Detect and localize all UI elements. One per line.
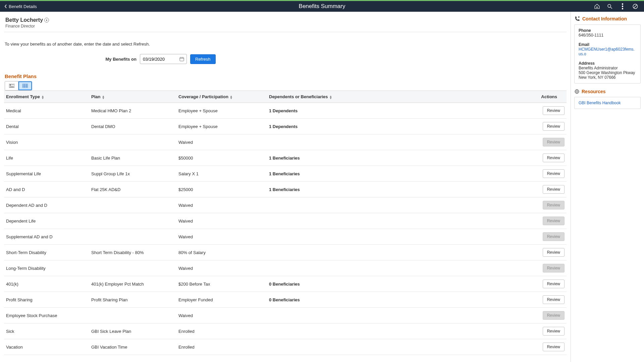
email-label: Email (579, 42, 636, 47)
block-icon[interactable] (632, 3, 639, 10)
cell-coverage: Employee + Spouse (176, 103, 267, 119)
cell-plan: GBI Vacation Time (89, 339, 176, 355)
table-row: AD and DFlat 25K AD&D$250001 Beneficiari… (4, 182, 567, 197)
review-button: Review (543, 311, 565, 320)
review-button[interactable]: Review (543, 185, 565, 194)
cell-coverage: Waived (176, 229, 267, 245)
col-plan[interactable]: Plan▲▼ (89, 91, 176, 103)
cell-actions: Review (354, 197, 567, 213)
contact-info-title: Contact Information (574, 16, 641, 22)
col-coverage[interactable]: Coverage / Participation▲▼ (176, 91, 267, 103)
cell-plan: Medical HMO Plan 2 (89, 103, 176, 119)
review-button[interactable]: Review (543, 248, 565, 257)
svg-point-0 (608, 4, 611, 7)
chevron-down-icon: ▾ (44, 18, 49, 22)
card-view-icon (9, 84, 14, 88)
address-line2: 500 George Washington Pkway (579, 70, 636, 75)
instruction-text: To view your benefits as of another date… (4, 42, 567, 47)
date-label: My Benefits on (4, 57, 137, 62)
more-icon[interactable] (619, 3, 626, 10)
back-label: Benefit Details (9, 4, 37, 9)
page-title: Benefits Summary (299, 3, 345, 10)
back-button[interactable]: Benefit Details (0, 1, 41, 12)
home-icon[interactable] (594, 3, 600, 10)
cell-actions: Review (354, 103, 567, 119)
cell-plan (89, 134, 176, 150)
person-name[interactable]: Betty Locherty ▾ (5, 17, 49, 23)
cell-enrollment: 401(k) (4, 276, 89, 292)
cell-enrollment: Long-Term Disability (4, 260, 89, 276)
review-button: Review (543, 232, 565, 241)
cell-coverage: Salary X 1 (176, 166, 267, 182)
date-row: My Benefits on Refresh (4, 54, 567, 64)
phone-icon (574, 16, 580, 22)
sort-icon: ▲▼ (41, 95, 44, 99)
grid-view-button[interactable] (18, 81, 32, 90)
table-row: LifeBasic Life Plan$500001 Beneficiaries… (4, 150, 567, 166)
table-row: Employee Stock PurchaseWaivedReview (4, 308, 567, 323)
table-row: SickGBI Sick Leave PlanEnrolledReview (4, 323, 567, 339)
calendar-icon[interactable] (177, 56, 186, 62)
refresh-button[interactable]: Refresh (190, 54, 216, 64)
cell-plan: 401(k) Employer Pct Match (89, 276, 176, 292)
date-input[interactable] (140, 57, 177, 62)
search-icon[interactable] (606, 3, 613, 10)
cell-coverage: Waived (176, 308, 267, 323)
cell-dependents: 1 Beneficiaries (267, 166, 354, 182)
table-row: Supplemental LifeSuppl Group Life 1xSala… (4, 166, 567, 182)
address-line3: New York, NY 07666 (579, 75, 636, 80)
cell-plan: Dental DMO (89, 119, 176, 134)
review-button[interactable]: Review (543, 295, 565, 304)
card-view-button[interactable] (5, 81, 18, 90)
cell-actions: Review (354, 182, 567, 197)
email-link[interactable]: HCMGENUser1@ap6023fems.us.o (579, 47, 635, 56)
cell-coverage: Employee + Spouse (176, 119, 267, 134)
cell-plan: Short Term Disability - 80% (89, 245, 176, 260)
person-block: Betty Locherty ▾ Finance Director (4, 16, 567, 32)
dependents-link[interactable]: 1 Beneficiaries (269, 171, 300, 176)
sort-icon: ▲▼ (230, 95, 233, 99)
cell-actions: Review (354, 166, 567, 182)
resources-box: GBI Benefits Handbook (574, 97, 641, 109)
page-header: Benefit Details Benefits Summary (0, 1, 644, 12)
benefit-plans-title: Benefit Plans (4, 73, 567, 79)
cell-enrollment: Profit Sharing (4, 292, 89, 308)
resource-link[interactable]: GBI Benefits Handbook (579, 101, 621, 105)
col-dependents[interactable]: Dependents or Beneficiaries▲▼ (267, 91, 354, 103)
dependents-link[interactable]: 0 Beneficiaries (269, 282, 300, 287)
review-button[interactable]: Review (543, 169, 565, 178)
review-button[interactable]: Review (543, 343, 565, 351)
review-button: Review (543, 201, 565, 209)
col-actions: Actions (354, 91, 567, 103)
address-line1: Benefits Administrator (579, 66, 636, 70)
cell-actions: Review (354, 260, 567, 276)
cell-actions: Review (354, 323, 567, 339)
review-button[interactable]: Review (543, 154, 565, 162)
dependents-link[interactable]: 1 Beneficiaries (269, 187, 300, 192)
dependents-link[interactable]: 0 Beneficiaries (269, 297, 300, 302)
review-button[interactable]: Review (543, 106, 565, 115)
cell-enrollment: AD and D (4, 182, 89, 197)
contact-info-box: Phone 646/350-1111 Email HCMGENUser1@ap6… (574, 24, 641, 83)
cell-dependents (267, 260, 354, 276)
review-button[interactable]: Review (543, 327, 565, 336)
cell-dependents (267, 213, 354, 229)
cell-coverage: Waived (176, 197, 267, 213)
review-button[interactable]: Review (543, 122, 565, 131)
cell-dependents: 1 Dependents (267, 103, 354, 119)
cell-dependents (267, 308, 354, 323)
table-row: 401(k)401(k) Employer Pct Match$200 Befo… (4, 276, 567, 292)
review-button[interactable]: Review (543, 280, 565, 288)
svg-line-1 (610, 7, 612, 9)
col-enrollment-type[interactable]: Enrollment Type▲▼ (4, 91, 89, 103)
dependents-link[interactable]: 1 Dependents (269, 124, 298, 129)
cell-enrollment: Supplemental Life (4, 166, 89, 182)
cell-coverage: $50000 (176, 150, 267, 166)
cell-coverage: Enrolled (176, 323, 267, 339)
cell-actions: Review (354, 213, 567, 229)
table-row: VisionWaivedReview (4, 134, 567, 150)
dependents-link[interactable]: 1 Dependents (269, 108, 298, 113)
dependents-link[interactable]: 1 Beneficiaries (269, 156, 300, 161)
cell-dependents (267, 197, 354, 213)
svg-rect-12 (10, 84, 11, 85)
